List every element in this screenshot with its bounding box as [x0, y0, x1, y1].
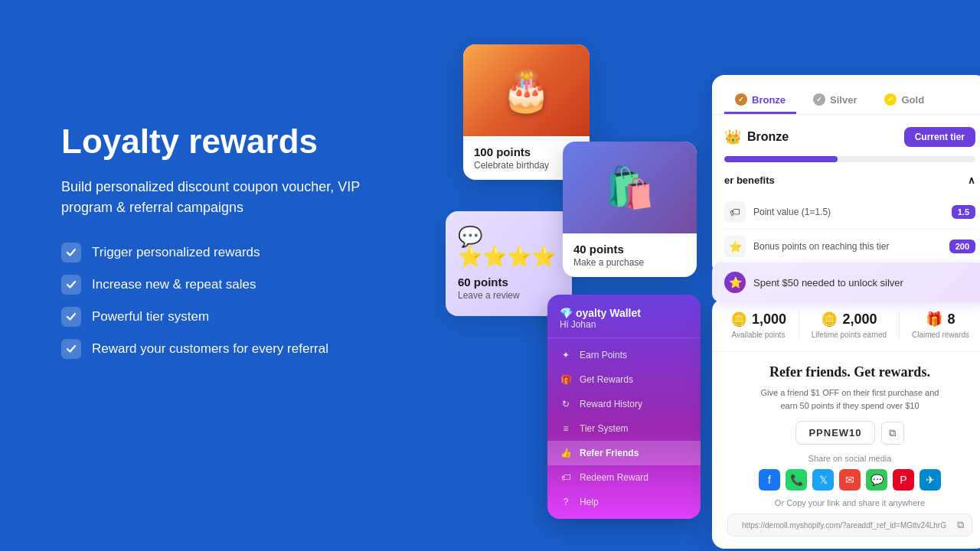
gold-dot: ✓	[884, 93, 897, 106]
crown-icon: 👑	[724, 129, 741, 145]
bonus-points-icon: ⭐	[724, 236, 746, 257]
referral-panel: 🪙 1,000 Available points 🪙 2,000 Lifetim…	[712, 298, 980, 549]
pinterest-icon[interactable]: P	[893, 469, 914, 491]
feature-item-2: Increase new & repeat sales	[61, 275, 383, 295]
get-rewards-icon: 🎁	[560, 373, 572, 386]
tier-panel: ✓ Bronze ✓ Silver ✓ Gold 👑 Bronze Curren…	[712, 75, 980, 276]
referral-title: Refer friends. Get rewards.	[727, 364, 972, 380]
tier-benefits-label: er benefits	[724, 174, 775, 186]
wallet-greeting: Hi Johan	[560, 319, 688, 330]
twitter-icon[interactable]: 𝕏	[812, 469, 834, 491]
tier-tabs: ✓ Bronze ✓ Silver ✓ Gold	[712, 75, 980, 115]
feature-item-1: Trigger personalized rewards	[61, 243, 383, 262]
stat-divider-2	[899, 311, 900, 339]
claimed-rewards-label: Claimed rewards	[912, 331, 969, 339]
lifetime-points-icon: 🪙	[821, 311, 838, 328]
check-icon-1	[61, 243, 81, 262]
review-points: 60 points	[458, 276, 560, 289]
shopping-icon: 🛍️	[605, 165, 655, 211]
spend-unlock-text: Spent $50 needed to unlock silver	[753, 277, 903, 289]
wallet-menu-tier-system[interactable]: ≡ Tier System	[547, 416, 701, 441]
tier-benefit-left-1: 🏷 Point value (1=1.5)	[724, 201, 831, 223]
tier-system-icon: ≡	[560, 422, 572, 435]
feature-label-4: Reward your customers for every referral	[92, 341, 328, 357]
facebook-icon[interactable]: f	[759, 469, 780, 491]
tier-benefit-row-2: ⭐ Bonus points on reaching this tier 200	[724, 230, 975, 264]
referral-code-box: PPNEW10	[795, 421, 874, 445]
wallet-menu-get-rewards[interactable]: 🎁 Get Rewards	[547, 367, 701, 392]
tab-bronze[interactable]: ✓ Bronze	[724, 87, 796, 114]
get-rewards-label: Get Rewards	[580, 374, 633, 385]
stat-available-points: 🪙 1,000 Available points	[730, 311, 786, 339]
copy-code-button[interactable]: ⧉	[881, 422, 904, 445]
wallet-menu-redeem-reward[interactable]: 🏷 Redeem Reward	[547, 465, 701, 490]
or-copy-label: Or Copy your link and share it anywhere	[727, 498, 972, 507]
spend-unlock-banner: ⭐ Spent $50 needed to unlock silver	[712, 262, 980, 302]
spend-unlock-icon: ⭐	[724, 272, 746, 293]
gold-tab-label: Gold	[901, 94, 924, 106]
stat-divider-1	[799, 311, 799, 339]
left-section: Loyalty rewards Build personalized disco…	[61, 122, 383, 359]
stat-claimed-rewards-row: 🎁 8	[926, 311, 955, 328]
telegram-icon[interactable]: ✈	[920, 469, 941, 491]
wallet-header: 💎 oyalty Wallet Hi Johan	[547, 295, 701, 338]
main-title: Loyalty rewards	[61, 122, 383, 161]
feature-label-1: Trigger personalized rewards	[92, 245, 260, 260]
check-icon-3	[61, 307, 81, 327]
sms-icon[interactable]: 💬	[866, 469, 887, 491]
tier-name-label: Bronze	[747, 130, 789, 144]
stat-claimed-rewards: 🎁 8 Claimed rewards	[912, 311, 969, 339]
refer-friends-icon: 👍	[560, 447, 572, 459]
wallet-menu-reward-history[interactable]: ↻ Reward History	[547, 392, 701, 416]
copy-link-row: https://demoll.myshopify.com/?areaddf_re…	[727, 514, 972, 536]
wallet-menu-refer-friends[interactable]: 👍 Refer Friends	[547, 441, 701, 465]
check-icon-2	[61, 275, 81, 295]
wallet-menu-earn-points[interactable]: ✦ Earn Points	[547, 343, 701, 367]
redeem-reward-icon: 🏷	[560, 471, 572, 484]
feature-label-3: Powerful tier system	[92, 309, 209, 324]
share-label: Share on social media	[727, 454, 972, 463]
referral-desc-line2: earn 50 points if they spend over $10	[780, 401, 919, 410]
social-icons-row: f 📞 𝕏 ✉ 💬 P ✈	[727, 469, 972, 491]
referral-stats: 🪙 1,000 Available points 🪙 2,000 Lifetim…	[712, 298, 980, 352]
wallet-icon: 💎	[560, 307, 576, 319]
wallet-menu-help[interactable]: ? Help	[547, 490, 701, 514]
feature-item-4: Reward your customers for every referral	[61, 339, 383, 359]
stat-available-points-row: 🪙 1,000	[730, 311, 786, 328]
tier-benefits-toggle-icon: ∧	[968, 174, 975, 186]
referral-code-row: PPNEW10 ⧉	[727, 421, 972, 445]
available-points-value: 1,000	[752, 311, 786, 328]
current-tier-button[interactable]: Current tier	[904, 127, 975, 147]
referral-content: Refer friends. Get rewards. Give a frien…	[712, 352, 980, 536]
tab-silver[interactable]: ✓ Silver	[802, 87, 867, 114]
earn-points-label: Earn Points	[580, 350, 627, 360]
purchase-card: 🛍️ 40 points Make a purchase	[563, 142, 697, 277]
referral-desc: Give a friend $1 OFF on their first purc…	[727, 386, 972, 412]
silver-tab-label: Silver	[830, 94, 857, 106]
wallet-panel: 💎 oyalty Wallet Hi Johan ✦ Earn Points 🎁…	[547, 295, 701, 519]
copy-icon: ⧉	[889, 427, 896, 439]
birthday-card-image: 🎂	[463, 44, 590, 136]
tier-benefit-row-1: 🏷 Point value (1=1.5) 1.5	[724, 195, 975, 230]
wallet-title: 💎 oyalty Wallet	[560, 307, 688, 319]
silver-dot: ✓	[813, 93, 825, 106]
email-icon[interactable]: ✉	[839, 469, 861, 491]
subtitle: Build personalized discount coupon vouch…	[61, 177, 383, 218]
tier-badge-row: 👑 Bronze Current tier	[724, 127, 975, 147]
help-label: Help	[580, 497, 599, 507]
check-icon-4	[61, 339, 81, 359]
purchase-points: 40 points	[573, 243, 686, 256]
bronze-tab-label: Bronze	[752, 94, 786, 106]
whatsapp-icon[interactable]: 📞	[786, 469, 807, 491]
cake-icon: 🎂	[501, 67, 551, 114]
wallet-menu: ✦ Earn Points 🎁 Get Rewards ↻ Reward His…	[547, 338, 701, 519]
redeem-reward-label: Redeem Reward	[580, 472, 648, 483]
tab-gold[interactable]: ✓ Gold	[874, 87, 935, 114]
copy-link-icon: ⧉	[957, 519, 964, 530]
reward-history-label: Reward History	[580, 399, 642, 409]
point-value-icon: 🏷	[724, 201, 746, 223]
review-stars-icon: 💬⭐⭐⭐⭐	[458, 227, 560, 266]
stat-lifetime-points: 🪙 2,000 Lifetime points earned	[812, 311, 887, 339]
copy-link-button[interactable]: ⧉	[957, 519, 964, 531]
claimed-rewards-icon: 🎁	[926, 311, 942, 328]
